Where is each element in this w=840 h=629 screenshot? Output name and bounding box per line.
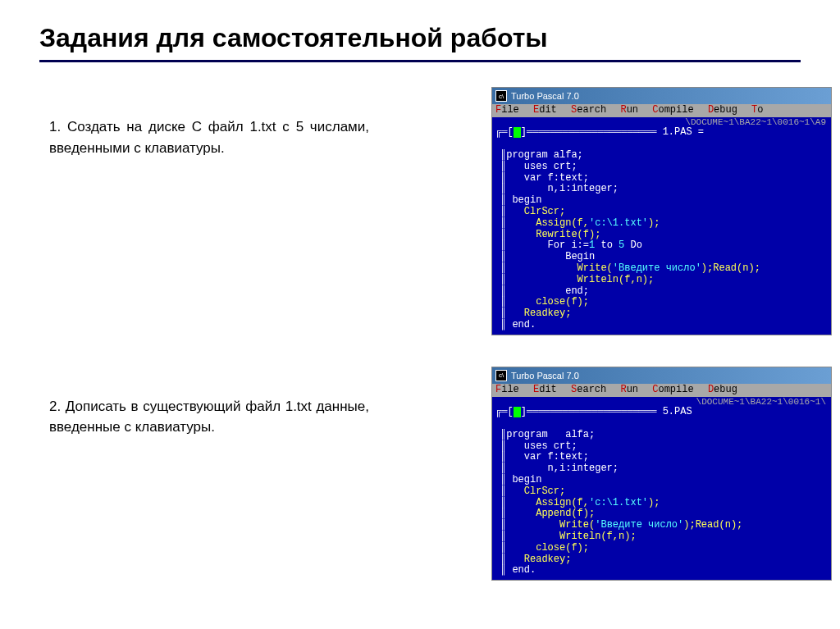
task-row-1: 1. Создать на диске С файл 1.txt с 5 чис…	[0, 87, 840, 335]
tp2-body: File Edit Search Run Compile Debug \DOCU…	[492, 384, 831, 580]
menu-debug[interactable]: Debug	[708, 104, 737, 116]
menu-tools[interactable]: To	[751, 104, 763, 116]
tp2-titlebar: c\ Turbo Pascal 7.0	[492, 367, 831, 384]
tp1-titlebar: c\ Turbo Pascal 7.0	[492, 88, 831, 104]
tp1-path: \DOCUME~1\BA22~1\0016~1\A9	[492, 117, 831, 128]
tp2-menubar[interactable]: File Edit Search Run Compile Debug	[492, 384, 831, 397]
menu-file[interactable]: File	[495, 104, 519, 116]
task2-text: 2. Дописать в существующий файл 1.txt да…	[0, 367, 369, 438]
menu-search[interactable]: Search	[571, 104, 606, 116]
menu-edit[interactable]: Edit	[533, 384, 557, 395]
tp2-path: \DOCUME~1\BA22~1\0016~1\	[492, 397, 831, 408]
tp1-title-text: Turbo Pascal 7.0	[511, 91, 579, 101]
menu-file[interactable]: File	[495, 384, 519, 395]
turbopascal-window-1: c\ Turbo Pascal 7.0 File Edit Search Run…	[491, 87, 832, 335]
tp2-code: ║program alfa; ║ uses crt; ║ var f:text;…	[492, 418, 831, 578]
task-row-2: 2. Дописать в существующий файл 1.txt да…	[0, 367, 840, 581]
menu-run[interactable]: Run	[620, 384, 638, 395]
menu-search[interactable]: Search	[571, 384, 606, 395]
tp2-frame-top: ╔═[▓]══════════════════════ 5.PAS	[492, 407, 831, 418]
menu-run[interactable]: Run	[620, 104, 638, 116]
tp1-menubar[interactable]: File Edit Search Run Compile Debug To	[492, 104, 831, 117]
tp1-body: File Edit Search Run Compile Debug To \D…	[492, 104, 831, 335]
menu-compile[interactable]: Compile	[652, 384, 693, 395]
slide-title: Задания для самостоятельной работы	[0, 0, 840, 60]
menu-edit[interactable]: Edit	[533, 104, 557, 116]
tp1-frame-top: ╔═[▓]══════════════════════ 1.PAS =	[492, 127, 831, 139]
menu-debug[interactable]: Debug	[708, 384, 737, 395]
tp1-code: ║program alfa; ║ uses crt; ║ var f:text;…	[492, 139, 831, 333]
turbopascal-window-2: c\ Turbo Pascal 7.0 File Edit Search Run…	[491, 367, 832, 581]
menu-compile[interactable]: Compile	[652, 104, 693, 116]
tp-app-icon: c\	[495, 370, 507, 381]
task1-text: 1. Создать на диске С файл 1.txt с 5 чис…	[0, 87, 369, 158]
tp-app-icon: c\	[495, 90, 507, 102]
content-area: 1. Создать на диске С файл 1.txt с 5 чис…	[0, 62, 840, 612]
tp2-title-text: Turbo Pascal 7.0	[511, 371, 579, 381]
